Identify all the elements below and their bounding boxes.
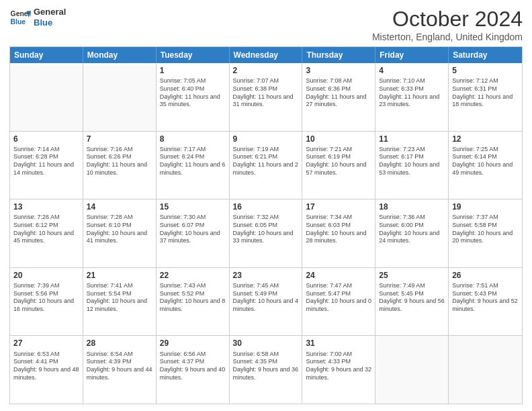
cell-info: Sunrise: 6:58 AM Sunset: 4:35 PM Dayligh… [233, 351, 299, 382]
calendar-cell [83, 63, 157, 131]
cell-info: Sunrise: 7:10 AM Sunset: 6:33 PM Dayligh… [379, 77, 445, 109]
cell-info: Sunrise: 7:23 AM Sunset: 6:17 PM Dayligh… [379, 146, 445, 177]
calendar-cell: 25Sunrise: 7:49 AM Sunset: 5:45 PM Dayli… [375, 268, 449, 336]
calendar-cell: 9Sunrise: 7:19 AM Sunset: 6:21 PM Daylig… [230, 132, 303, 199]
day-number: 5 [452, 65, 519, 76]
cell-info: Sunrise: 7:14 AM Sunset: 6:28 PM Dayligh… [13, 146, 79, 177]
day-header-monday: Monday [83, 47, 157, 63]
logo-icon: General Blue [9, 7, 31, 28]
cell-info: Sunrise: 7:34 AM Sunset: 6:03 PM Dayligh… [306, 214, 371, 245]
cell-info: Sunrise: 6:53 AM Sunset: 4:41 PM Dayligh… [13, 351, 79, 382]
day-number: 26 [452, 270, 519, 281]
cell-info: Sunrise: 7:37 AM Sunset: 5:58 PM Dayligh… [452, 214, 519, 245]
day-number: 24 [306, 270, 371, 281]
calendar-cell: 15Sunrise: 7:30 AM Sunset: 6:07 PM Dayli… [157, 199, 230, 267]
calendar-cell: 22Sunrise: 7:43 AM Sunset: 5:52 PM Dayli… [157, 268, 230, 336]
day-number: 10 [306, 134, 371, 144]
calendar-cell: 10Sunrise: 7:21 AM Sunset: 6:19 PM Dayli… [302, 132, 375, 199]
calendar-cell: 26Sunrise: 7:51 AM Sunset: 5:43 PM Dayli… [449, 268, 522, 336]
cell-info: Sunrise: 7:47 AM Sunset: 5:47 PM Dayligh… [306, 282, 371, 314]
day-number: 28 [87, 338, 152, 349]
day-header-thursday: Thursday [302, 47, 375, 63]
day-number: 15 [160, 201, 226, 212]
cell-info: Sunrise: 7:08 AM Sunset: 6:36 PM Dayligh… [306, 77, 371, 109]
calendar-cell: 23Sunrise: 7:45 AM Sunset: 5:49 PM Dayli… [230, 268, 303, 336]
month-title: October 2024 [372, 7, 523, 32]
day-number: 12 [452, 134, 519, 144]
day-number: 11 [379, 134, 445, 144]
calendar-cell: 4Sunrise: 7:10 AM Sunset: 6:33 PM Daylig… [375, 63, 449, 131]
calendar-cell: 20Sunrise: 7:39 AM Sunset: 5:56 PM Dayli… [10, 268, 83, 336]
day-number: 14 [87, 201, 152, 212]
day-number: 23 [233, 270, 299, 281]
cell-info: Sunrise: 6:56 AM Sunset: 4:37 PM Dayligh… [160, 351, 226, 382]
calendar-cell: 21Sunrise: 7:41 AM Sunset: 5:54 PM Dayli… [83, 268, 157, 336]
page-container: General Blue General Blue October 2024 M… [0, 0, 532, 411]
calendar-cell: 14Sunrise: 7:28 AM Sunset: 6:10 PM Dayli… [83, 199, 157, 267]
cell-info: Sunrise: 7:43 AM Sunset: 5:52 PM Dayligh… [160, 282, 226, 314]
cell-info: Sunrise: 7:32 AM Sunset: 6:05 PM Dayligh… [233, 214, 299, 245]
calendar-row-3: 13Sunrise: 7:26 AM Sunset: 6:12 PM Dayli… [10, 199, 522, 267]
day-number: 27 [13, 338, 79, 349]
cell-info: Sunrise: 7:00 AM Sunset: 4:33 PM Dayligh… [306, 351, 371, 382]
calendar-cell: 7Sunrise: 7:16 AM Sunset: 6:26 PM Daylig… [83, 132, 157, 199]
day-number: 29 [160, 338, 226, 349]
calendar-cell: 24Sunrise: 7:47 AM Sunset: 5:47 PM Dayli… [302, 268, 375, 336]
calendar-cell: 16Sunrise: 7:32 AM Sunset: 6:05 PM Dayli… [230, 199, 303, 267]
day-header-saturday: Saturday [449, 47, 522, 63]
calendar-row-1: 1Sunrise: 7:05 AM Sunset: 6:40 PM Daylig… [10, 63, 522, 131]
calendar-cell: 30Sunrise: 6:58 AM Sunset: 4:35 PM Dayli… [230, 336, 303, 404]
calendar: SundayMondayTuesdayWednesdayThursdayFrid… [9, 46, 523, 404]
cell-info: Sunrise: 7:17 AM Sunset: 6:24 PM Dayligh… [160, 146, 226, 177]
cell-info: Sunrise: 7:36 AM Sunset: 6:00 PM Dayligh… [379, 214, 445, 245]
cell-info: Sunrise: 6:54 AM Sunset: 4:39 PM Dayligh… [87, 351, 152, 382]
logo-text: General Blue [34, 7, 66, 28]
day-number: 18 [379, 201, 445, 212]
day-number: 21 [87, 270, 152, 281]
cell-info: Sunrise: 7:49 AM Sunset: 5:45 PM Dayligh… [379, 282, 445, 314]
calendar-cell: 11Sunrise: 7:23 AM Sunset: 6:17 PM Dayli… [375, 132, 449, 199]
calendar-cell [375, 336, 449, 404]
location: Misterton, England, United Kingdom [372, 32, 523, 42]
calendar-cell: 19Sunrise: 7:37 AM Sunset: 5:58 PM Dayli… [449, 199, 522, 267]
day-header-tuesday: Tuesday [157, 47, 230, 63]
day-header-wednesday: Wednesday [230, 47, 303, 63]
day-number: 2 [233, 65, 299, 76]
calendar-cell: 3Sunrise: 7:08 AM Sunset: 6:36 PM Daylig… [302, 63, 375, 131]
day-number: 1 [160, 65, 226, 76]
calendar-row-5: 27Sunrise: 6:53 AM Sunset: 4:41 PM Dayli… [10, 335, 522, 404]
title-block: October 2024 Misterton, England, United … [372, 7, 523, 42]
cell-info: Sunrise: 7:19 AM Sunset: 6:21 PM Dayligh… [233, 146, 299, 177]
day-number: 30 [233, 338, 299, 349]
cell-info: Sunrise: 7:28 AM Sunset: 6:10 PM Dayligh… [87, 214, 152, 245]
calendar-cell: 8Sunrise: 7:17 AM Sunset: 6:24 PM Daylig… [157, 132, 230, 199]
calendar-body: 1Sunrise: 7:05 AM Sunset: 6:40 PM Daylig… [10, 63, 522, 404]
cell-info: Sunrise: 7:51 AM Sunset: 5:43 PM Dayligh… [452, 282, 519, 314]
day-number: 3 [306, 65, 371, 76]
calendar-cell [449, 336, 522, 404]
cell-info: Sunrise: 7:26 AM Sunset: 6:12 PM Dayligh… [13, 214, 79, 245]
cell-info: Sunrise: 7:12 AM Sunset: 6:31 PM Dayligh… [452, 77, 519, 109]
cell-info: Sunrise: 7:30 AM Sunset: 6:07 PM Dayligh… [160, 214, 226, 245]
calendar-cell: 27Sunrise: 6:53 AM Sunset: 4:41 PM Dayli… [10, 336, 83, 404]
day-number: 20 [13, 270, 79, 281]
day-number: 4 [379, 65, 445, 76]
calendar-row-4: 20Sunrise: 7:39 AM Sunset: 5:56 PM Dayli… [10, 267, 522, 336]
day-number: 19 [452, 201, 519, 212]
cell-info: Sunrise: 7:07 AM Sunset: 6:38 PM Dayligh… [233, 77, 299, 109]
calendar-cell: 6Sunrise: 7:14 AM Sunset: 6:28 PM Daylig… [10, 132, 83, 199]
calendar-row-2: 6Sunrise: 7:14 AM Sunset: 6:28 PM Daylig… [10, 131, 522, 199]
day-number: 31 [306, 338, 371, 349]
day-number: 7 [87, 134, 152, 144]
calendar-cell: 31Sunrise: 7:00 AM Sunset: 4:33 PM Dayli… [302, 336, 375, 404]
calendar-header: SundayMondayTuesdayWednesdayThursdayFrid… [10, 47, 522, 63]
day-number: 22 [160, 270, 226, 281]
day-number: 16 [233, 201, 299, 212]
cell-info: Sunrise: 7:25 AM Sunset: 6:14 PM Dayligh… [452, 146, 519, 177]
logo: General Blue General Blue [9, 7, 66, 28]
day-number: 9 [233, 134, 299, 144]
cell-info: Sunrise: 7:05 AM Sunset: 6:40 PM Dayligh… [160, 77, 226, 109]
cell-info: Sunrise: 7:16 AM Sunset: 6:26 PM Dayligh… [87, 146, 152, 177]
calendar-cell: 13Sunrise: 7:26 AM Sunset: 6:12 PM Dayli… [10, 199, 83, 267]
calendar-cell: 12Sunrise: 7:25 AM Sunset: 6:14 PM Dayli… [449, 132, 522, 199]
